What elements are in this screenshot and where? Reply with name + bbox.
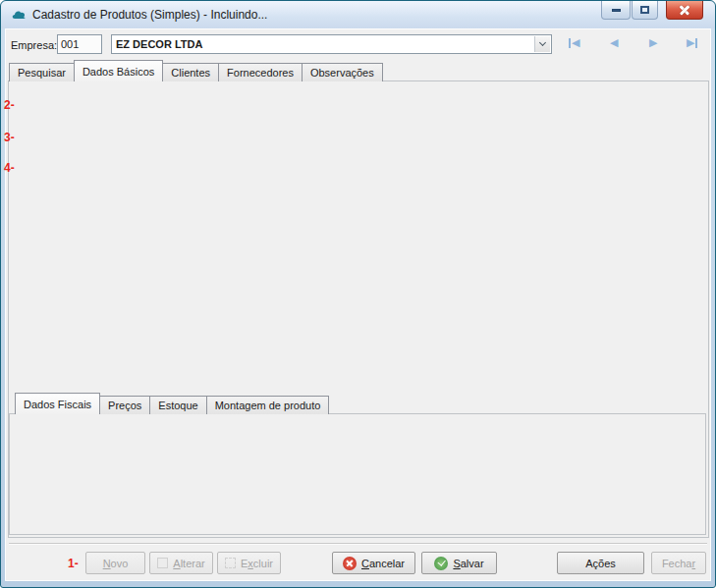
fechar-button[interactable]: Fechar bbox=[651, 552, 706, 574]
main-tabs: Pesquisar Dados Básicos Clientes Fornece… bbox=[9, 60, 382, 81]
tab-dados-fiscais[interactable]: Dados Fiscais bbox=[15, 393, 100, 414]
chevron-down-icon[interactable] bbox=[534, 36, 550, 52]
tab-pesquisar[interactable]: Pesquisar bbox=[9, 63, 75, 81]
annotation-3: 3- bbox=[4, 131, 15, 144]
dialog-window: Cadastro de Produtos (Simples) - Incluin… bbox=[0, 0, 716, 588]
empresa-code-input[interactable] bbox=[57, 34, 102, 54]
tab-observacoes[interactable]: Observações bbox=[302, 63, 383, 81]
minimize-button[interactable] bbox=[601, 1, 631, 20]
last-icon: ▶ bbox=[687, 36, 694, 49]
record-first-button[interactable]: ◀ bbox=[569, 36, 579, 49]
acoes-button[interactable]: Ações bbox=[557, 552, 644, 574]
prev-icon: ◀ bbox=[610, 36, 618, 49]
footer-separator bbox=[9, 543, 707, 545]
titlebar: Cadastro de Produtos (Simples) - Incluin… bbox=[1, 1, 715, 28]
app-icon bbox=[11, 7, 27, 23]
alterar-button[interactable]: Alterar bbox=[149, 552, 213, 574]
first-icon: ◀ bbox=[572, 36, 579, 49]
window-title: Cadastro de Produtos (Simples) - Incluin… bbox=[32, 8, 267, 22]
close-icon bbox=[679, 4, 690, 16]
record-prev-button[interactable]: ◀ bbox=[610, 36, 618, 49]
next-icon: ▶ bbox=[649, 36, 657, 49]
minimize-icon bbox=[612, 9, 621, 12]
annotation-1: 1- bbox=[68, 557, 79, 570]
tab-dados-basicos[interactable]: Dados Básicos bbox=[74, 60, 163, 81]
empresa-combo-value: EZ DECOR LTDA bbox=[116, 38, 531, 50]
novo-button[interactable]: Novo bbox=[85, 552, 145, 574]
tab-montagem-produto[interactable]: Montagem de produto bbox=[206, 396, 330, 414]
empresa-label: Empresa: bbox=[11, 39, 57, 51]
maximize-button[interactable] bbox=[632, 1, 658, 20]
annotation-4: 4- bbox=[4, 161, 15, 175]
record-next-button[interactable]: ▶ bbox=[649, 36, 657, 49]
cancelar-button[interactable]: Cancelar bbox=[332, 552, 415, 574]
edit-icon bbox=[157, 558, 168, 568]
cancel-icon bbox=[343, 557, 357, 570]
maximize-icon bbox=[640, 6, 649, 14]
dados-fiscais-page bbox=[9, 413, 706, 535]
close-button[interactable] bbox=[666, 1, 703, 20]
delete-icon bbox=[225, 558, 236, 568]
tab-fornecedores[interactable]: Fornecedores bbox=[218, 63, 303, 81]
excluir-button[interactable]: Excluir bbox=[217, 552, 281, 574]
tab-precos[interactable]: Preços bbox=[99, 396, 150, 414]
record-last-button[interactable]: ▶ bbox=[687, 36, 697, 49]
empresa-combo[interactable]: EZ DECOR LTDA bbox=[111, 34, 552, 54]
tab-clientes[interactable]: Clientes bbox=[162, 63, 219, 81]
fiscal-tabs: Dados Fiscais Preços Estoque Montagem de… bbox=[15, 394, 328, 414]
salvar-button[interactable]: Salvar bbox=[421, 552, 497, 574]
annotation-2: 2- bbox=[4, 98, 15, 112]
save-icon bbox=[434, 557, 448, 570]
tab-estoque[interactable]: Estoque bbox=[149, 396, 206, 414]
